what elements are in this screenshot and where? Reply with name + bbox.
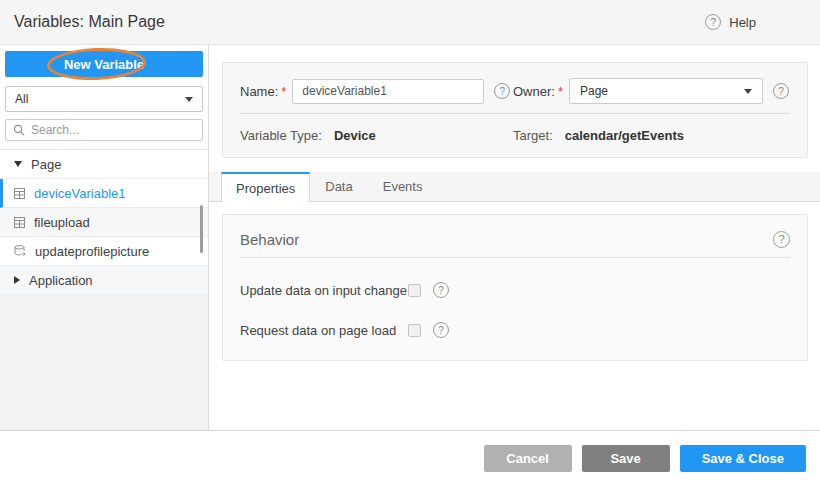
dialog-body: New Variable All Page <box>0 45 820 430</box>
help-button[interactable]: ? Help <box>705 14 756 30</box>
chevron-down-icon <box>744 89 752 94</box>
search-icon <box>13 124 25 136</box>
name-owner-row: Name: * ? Owner: * Page ? <box>240 69 790 113</box>
tab-properties[interactable]: Properties <box>221 172 310 202</box>
request-on-page-load-checkbox[interactable] <box>408 324 421 337</box>
search-box <box>5 119 203 141</box>
target-label: Target: <box>513 128 553 143</box>
variable-summary-panel: Name: * ? Owner: * Page ? <box>222 62 808 158</box>
variable-filter-value: All <box>15 92 28 106</box>
cancel-button[interactable]: Cancel <box>484 445 572 472</box>
variables-tree: Page deviceVariable1 fileupload <box>0 149 208 295</box>
request-on-page-load-help-icon[interactable]: ? <box>433 322 449 338</box>
tab-events[interactable]: Events <box>368 172 438 201</box>
update-on-input-change-row: Update data on input change ? <box>240 282 790 298</box>
required-asterisk: * <box>558 84 563 99</box>
sidebar-filler <box>0 295 208 430</box>
owner-value: Page <box>580 84 608 98</box>
owner-label: Owner: <box>513 84 555 99</box>
search-input[interactable] <box>31 123 195 137</box>
variable-type-label: Variable Type: <box>240 128 322 143</box>
update-on-input-change-label: Update data on input change <box>240 283 408 298</box>
request-on-page-load-row: Request data on page load ? <box>240 322 790 338</box>
target-value: calendar/getEvents <box>565 128 684 143</box>
variable-type-value: Device <box>334 128 376 143</box>
help-label: Help <box>729 15 756 30</box>
request-on-page-load-label: Request data on page load <box>240 323 408 338</box>
name-label: Name: <box>240 84 278 99</box>
name-help-icon[interactable]: ? <box>494 83 510 99</box>
behavior-help-icon[interactable]: ? <box>773 231 790 248</box>
variables-dialog: Variables: Main Page ? Help New Variable… <box>0 0 820 486</box>
behavior-panel: Behavior ? Update data on input change ?… <box>222 214 808 361</box>
owner-help-icon[interactable]: ? <box>773 83 789 99</box>
divider <box>240 257 790 258</box>
name-input[interactable] <box>292 79 484 104</box>
main-panel: Name: * ? Owner: * Page ? <box>209 45 820 430</box>
service-variable-icon <box>14 245 26 257</box>
footer: Cancel Save Save & Close <box>0 430 820 486</box>
chevron-down-icon <box>185 97 193 102</box>
titlebar: Variables: Main Page ? Help <box>0 0 820 45</box>
tree-item-label: updateprofilepicture <box>35 244 149 259</box>
required-asterisk: * <box>281 84 286 99</box>
type-target-row: Variable Type: Device Target: calendar/g… <box>240 114 790 157</box>
owner-select[interactable]: Page <box>569 78 763 104</box>
behavior-title: Behavior <box>240 231 299 248</box>
triangle-down-icon <box>14 161 22 167</box>
triangle-right-icon <box>14 276 20 284</box>
save-and-close-button[interactable]: Save & Close <box>680 445 806 472</box>
help-icon: ? <box>705 14 721 30</box>
tree-item-updateprofilepicture[interactable]: updateprofilepicture <box>0 237 208 266</box>
sidebar-scrollbar[interactable] <box>200 205 203 253</box>
new-variable-button[interactable]: New Variable <box>5 51 203 77</box>
tab-data[interactable]: Data <box>310 172 367 201</box>
sidebar: New Variable All Page <box>0 45 209 430</box>
update-on-input-change-checkbox[interactable] <box>408 284 421 297</box>
variable-filter-select[interactable]: All <box>5 86 203 112</box>
tree-item-label: deviceVariable1 <box>34 186 126 201</box>
page-title: Variables: Main Page <box>14 13 165 31</box>
tree-group-application[interactable]: Application <box>0 266 208 295</box>
tree-item-devicevariable1[interactable]: deviceVariable1 <box>0 179 208 208</box>
tree-group-label: Application <box>29 273 93 288</box>
tree-group-page[interactable]: Page <box>0 150 208 179</box>
tree-group-label: Page <box>31 157 61 172</box>
tree-item-fileupload[interactable]: fileupload <box>0 208 208 237</box>
tabbar: Properties Data Events <box>209 172 820 202</box>
save-button[interactable]: Save <box>582 445 670 472</box>
behavior-header: Behavior ? <box>240 225 790 253</box>
device-variable-icon <box>14 217 25 228</box>
tree-item-label: fileupload <box>34 215 90 230</box>
update-on-input-change-help-icon[interactable]: ? <box>433 282 449 298</box>
device-variable-icon <box>14 188 25 199</box>
